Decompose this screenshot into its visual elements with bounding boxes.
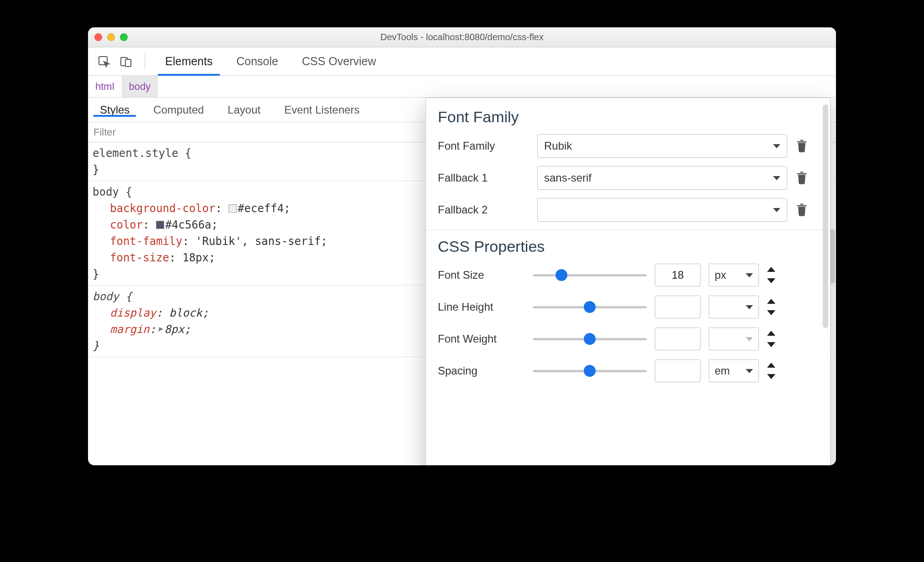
- stepper-font-weight[interactable]: [767, 331, 777, 347]
- color-swatch-icon[interactable]: [228, 204, 237, 213]
- input-font-weight[interactable]: [655, 328, 701, 350]
- unit-line-height[interactable]: [709, 296, 759, 318]
- input-spacing[interactable]: [655, 359, 701, 382]
- spacing-row: Spacing em: [438, 359, 818, 382]
- slider-font-weight[interactable]: [533, 332, 647, 346]
- chevron-down-icon: [746, 273, 753, 277]
- device-toggle-icon[interactable]: [118, 54, 134, 69]
- font-size-row: Font Size 18 px: [438, 264, 818, 286]
- fallback-2-row: Fallback 2: [438, 198, 818, 222]
- stepper-spacing[interactable]: [767, 363, 777, 379]
- slider-line-height[interactable]: [533, 300, 647, 314]
- label-fallback-1: Fallback 1: [438, 172, 529, 184]
- toolbar-separator: [145, 54, 145, 69]
- stepper-font-size[interactable]: [767, 267, 777, 283]
- font-family-row: Font Family Rubik: [438, 134, 818, 158]
- section-title-font-family: Font Family: [438, 108, 818, 126]
- slider-font-size[interactable]: [533, 268, 647, 282]
- tab-css-overview[interactable]: CSS Overview: [290, 47, 388, 75]
- devtools-window: DevTools - localhost:8080/demo/css-flex …: [88, 27, 836, 465]
- breadcrumb-item-html[interactable]: html: [88, 76, 122, 97]
- svg-rect-2: [125, 59, 131, 67]
- chevron-down-icon: [773, 208, 780, 212]
- window-title: DevTools - localhost:8080/demo/css-flex: [88, 32, 836, 42]
- label-font-family: Font Family: [438, 140, 529, 152]
- popover-scrollbar-thumb[interactable]: [823, 104, 828, 328]
- window-titlebar: DevTools - localhost:8080/demo/css-flex: [88, 27, 836, 47]
- input-font-size[interactable]: 18: [655, 264, 701, 286]
- section-title-css-properties: CSS Properties: [438, 238, 818, 255]
- fallback-1-row: Fallback 1 sans-serif: [438, 166, 818, 190]
- chevron-down-icon: [746, 337, 753, 341]
- select-fallback-2[interactable]: [537, 198, 787, 222]
- color-swatch-icon[interactable]: [156, 221, 164, 229]
- dom-breadcrumb: html body: [88, 76, 836, 98]
- font-weight-row: Font Weight: [438, 328, 818, 350]
- delete-fallback-2-button[interactable]: [795, 202, 809, 218]
- unit-font-weight: [709, 328, 759, 350]
- chevron-down-icon: [746, 305, 753, 309]
- subtab-computed[interactable]: Computed: [141, 98, 216, 122]
- label-line-height: Line Height: [438, 301, 524, 313]
- stepper-line-height[interactable]: [767, 299, 777, 315]
- slider-spacing[interactable]: [533, 364, 647, 378]
- subtab-event-listeners[interactable]: Event Listeners: [272, 98, 371, 122]
- panel-content: html body Styles Computed Layout Event L…: [88, 76, 836, 465]
- chevron-down-icon: [773, 144, 780, 148]
- select-font-family[interactable]: Rubik: [537, 134, 787, 158]
- expand-shorthand-icon[interactable]: ▸: [157, 320, 163, 337]
- subtab-layout[interactable]: Layout: [216, 98, 272, 122]
- delete-fallback-1-button[interactable]: [795, 170, 809, 186]
- inspect-icon[interactable]: [96, 54, 112, 69]
- label-spacing: Spacing: [438, 364, 524, 377]
- label-font-size: Font Size: [438, 269, 524, 281]
- breadcrumb-item-body[interactable]: body: [122, 76, 158, 97]
- delete-font-family-button[interactable]: [795, 138, 809, 154]
- tab-elements[interactable]: Elements: [153, 47, 224, 75]
- label-fallback-2: Fallback 2: [438, 203, 529, 216]
- tab-console[interactable]: Console: [224, 47, 290, 75]
- unit-font-size[interactable]: px: [709, 264, 759, 286]
- font-editor-popover: Font Family Font Family Rubik Fallback 1…: [426, 98, 831, 465]
- select-fallback-1[interactable]: sans-serif: [537, 166, 787, 190]
- panel-tabs: Elements Console CSS Overview: [153, 47, 388, 75]
- subtab-styles[interactable]: Styles: [88, 104, 141, 116]
- chevron-down-icon: [773, 176, 780, 180]
- line-height-row: Line Height: [438, 296, 818, 318]
- unit-spacing[interactable]: em: [709, 359, 759, 382]
- label-font-weight: Font Weight: [438, 333, 524, 345]
- input-line-height[interactable]: [655, 296, 701, 318]
- main-toolbar: Elements Console CSS Overview: [88, 47, 836, 76]
- chevron-down-icon: [746, 369, 753, 373]
